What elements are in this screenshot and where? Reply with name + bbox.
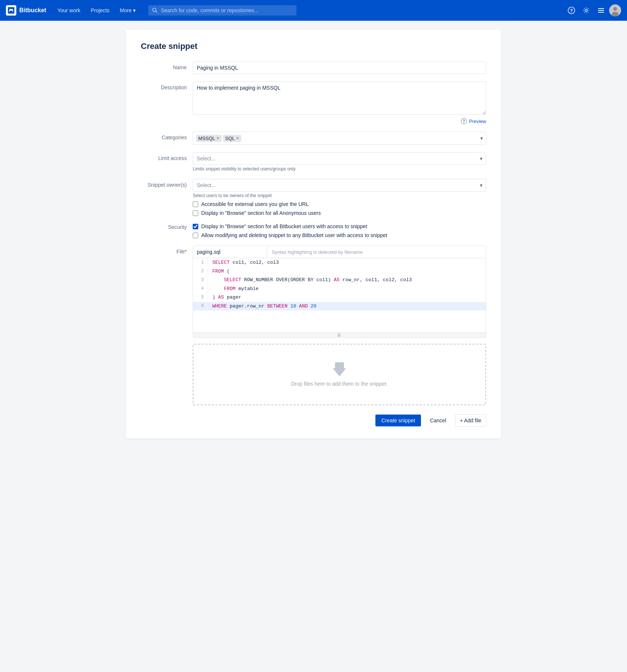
avatar[interactable] — [609, 4, 621, 16]
line-number-3: 3 — [193, 276, 208, 284]
remove-sql-button[interactable]: × — [236, 136, 239, 141]
file-name-input[interactable] — [193, 246, 267, 258]
bitbucket-logo — [6, 5, 16, 16]
page-container: Create snippet Name Description How to i… — [117, 21, 510, 448]
resize-handle[interactable]: ≡ — [193, 332, 486, 337]
security-label: Security — [141, 223, 193, 230]
checkbox-allow-modify[interactable] — [193, 233, 198, 238]
snippet-owners-select[interactable]: Select... — [193, 179, 486, 192]
code-line-5: 5 ) AS pager — [193, 293, 486, 302]
categories-row: Categories MSSQL × SQL × ▾ — [141, 132, 486, 145]
checkbox-bitbucket[interactable] — [193, 224, 198, 229]
description-row: Description How to implement paging in M… — [141, 81, 486, 124]
drop-arrow-icon — [333, 362, 346, 376]
checkbox-anon[interactable] — [193, 210, 198, 216]
line-content-5: ) AS pager — [208, 293, 246, 302]
name-label: Name — [141, 61, 193, 70]
svg-rect-5 — [598, 8, 604, 9]
file-hint: Syntax highlighting is detected by filen… — [267, 246, 486, 258]
cancel-button[interactable]: Cancel — [425, 415, 451, 426]
navbar: Bitbucket Your work Projects More ▾ ? — [0, 0, 627, 21]
limit-access-control: Select... ▾ Limits snippet visibility to… — [193, 152, 486, 172]
actions-row: Create snippet Cancel + Add file — [141, 414, 486, 427]
code-line-1: 1 SELECT col1, col2, col3 — [193, 258, 486, 267]
code-editor[interactable]: 1 SELECT col1, col2, col3 2 FROM ( 3 SEL… — [193, 258, 486, 332]
preview-row: ? Preview — [193, 118, 486, 124]
nav-projects[interactable]: Projects — [87, 4, 113, 16]
file-editor-wrapper: Syntax highlighting is detected by filen… — [193, 246, 486, 338]
line-content-4: FROM mytable — [208, 285, 263, 293]
search-input[interactable] — [161, 7, 293, 13]
file-name-bar: Syntax highlighting is detected by filen… — [193, 246, 486, 258]
settings-button[interactable] — [580, 4, 593, 17]
help-preview-icon[interactable]: ? — [461, 118, 467, 124]
svg-point-9 — [613, 7, 617, 11]
categories-input[interactable]: MSSQL × SQL × ▾ — [193, 132, 486, 145]
svg-rect-6 — [598, 10, 604, 11]
category-tag-sql: SQL × — [223, 135, 241, 142]
security-checkboxes: Accessible for external users you give t… — [193, 201, 486, 216]
snippet-owners-control: Select... ▾ Select users to be owners of… — [193, 179, 486, 216]
svg-point-4 — [585, 9, 587, 11]
create-snippet-card: Create snippet Name Description How to i… — [126, 30, 501, 439]
svg-text:?: ? — [570, 8, 573, 13]
owners-hint: Select users to be owners of the snippet — [193, 193, 486, 198]
brand[interactable]: Bitbucket — [6, 5, 46, 16]
snippet-owners-select-wrapper: Select... ▾ — [193, 179, 486, 192]
search-bar[interactable] — [148, 5, 296, 16]
description-control: How to implement paging in MSSQL ? Previ… — [193, 81, 486, 124]
help-button[interactable]: ? — [565, 4, 578, 17]
search-icon — [152, 7, 158, 13]
nav-more[interactable]: More ▾ — [116, 4, 139, 16]
code-line-2: 2 FROM ( — [193, 267, 486, 276]
name-input[interactable] — [193, 61, 486, 74]
line-content-2: FROM ( — [208, 267, 234, 276]
limit-access-hint: Limits snippet visibility to selected us… — [193, 166, 486, 172]
security-checkbox-bitbucket[interactable]: Display in "Browse" section for all Bitb… — [193, 223, 387, 229]
security-main-checkboxes: Display in "Browse" section for all Bitb… — [193, 223, 387, 238]
create-snippet-button[interactable]: Create snippet — [375, 415, 421, 426]
line-content-1: SELECT col1, col2, col3 — [208, 258, 283, 267]
user-icon — [609, 4, 621, 16]
security-checkbox-ext-users[interactable]: Accessible for external users you give t… — [193, 201, 486, 207]
add-file-button[interactable]: + Add file — [455, 414, 486, 427]
categories-control: MSSQL × SQL × ▾ — [193, 132, 486, 145]
limit-access-select[interactable]: Select... — [193, 152, 486, 165]
nav-your-work[interactable]: Your work — [54, 4, 84, 16]
question-icon: ? — [568, 7, 575, 14]
security-checkbox-anon[interactable]: Display in "Browse" section for all Anon… — [193, 210, 486, 216]
security-checkbox-allow-modify[interactable]: Allow modifying and deleting snippet to … — [193, 232, 387, 238]
description-label: Description — [141, 81, 193, 90]
nav-icon-group: ? — [565, 4, 621, 17]
line-number-2: 2 — [193, 267, 208, 275]
snippet-owners-row: Snippet owner(s) Select... ▾ Select user… — [141, 179, 486, 216]
line-content-6: WHERE pager.row_nr BETWEEN 10 AND 20 — [208, 302, 321, 311]
line-number-5: 5 — [193, 293, 208, 302]
preview-link[interactable]: Preview — [469, 119, 486, 124]
security-label-anon: Display in "Browse" section for all Anon… — [201, 210, 321, 216]
chevron-down-icon: ▾ — [133, 7, 136, 13]
line-number-4: 4 — [193, 285, 208, 293]
security-label-bitbucket: Display in "Browse" section for all Bitb… — [201, 223, 367, 229]
brand-name: Bitbucket — [19, 7, 46, 14]
svg-point-0 — [153, 8, 156, 11]
remove-mssql-button[interactable]: × — [217, 136, 219, 141]
gear-icon — [583, 7, 590, 14]
code-line-4: 4 FROM mytable — [193, 285, 486, 293]
security-label-ext-users: Accessible for external users you give t… — [201, 201, 309, 207]
categories-dropdown-arrow: ▾ — [480, 135, 483, 141]
svg-line-1 — [156, 11, 157, 13]
name-row: Name — [141, 61, 486, 74]
security-label-allow-modify: Allow modifying and deleting snippet to … — [201, 232, 387, 238]
description-textarea[interactable]: How to implement paging in MSSQL — [193, 81, 486, 115]
checkbox-ext-users[interactable] — [193, 202, 198, 207]
notifications-button[interactable] — [594, 4, 608, 17]
drop-zone[interactable]: Drop files here to add them to the snipp… — [193, 344, 486, 405]
svg-rect-7 — [598, 12, 604, 13]
categories-label: Categories — [141, 132, 193, 140]
page-title: Create snippet — [141, 41, 486, 51]
menu-icon — [597, 7, 605, 14]
limit-access-label: Limit access — [141, 152, 193, 161]
limit-access-row: Limit access Select... ▾ Limits snippet … — [141, 152, 486, 172]
code-line-3: 3 SELECT ROW_NUMBER OVER(ORDER BY col1) … — [193, 276, 486, 285]
